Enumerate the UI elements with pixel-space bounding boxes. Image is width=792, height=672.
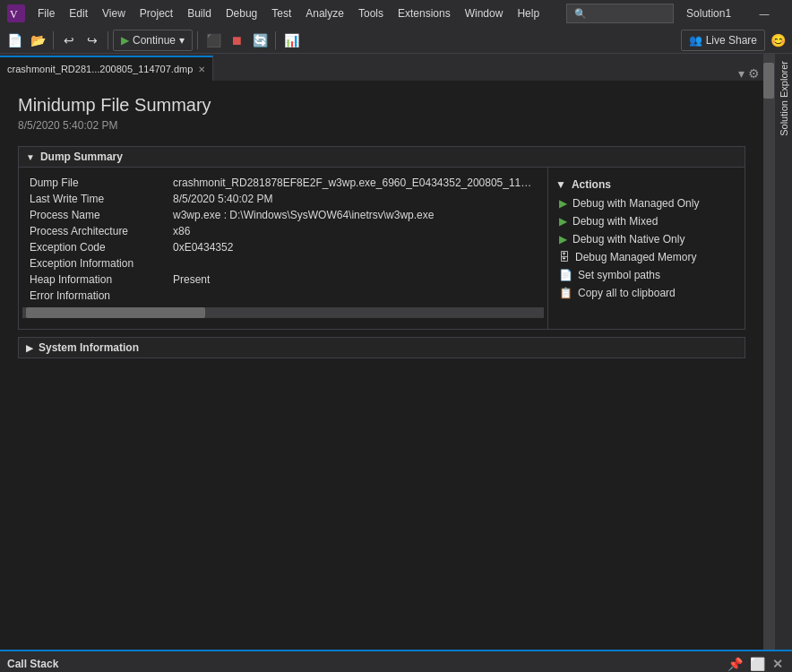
actions-label: Actions (572, 178, 611, 191)
menu-help[interactable]: Help (510, 4, 547, 23)
toolbar-open[interactable]: 📂 (27, 30, 48, 51)
liveshare-button[interactable]: 👥 Live Share (681, 30, 765, 51)
toolbar-stop[interactable]: ⏹ (226, 30, 247, 51)
play-icon: ▶ (121, 34, 129, 47)
dump-file-value: crashmonit_RD281878EF8E2F_w3wp.exe_6960_… (173, 177, 537, 189)
vs-logo: V (7, 4, 25, 22)
system-info-header[interactable]: ▶ System Information (18, 337, 745, 358)
dump-summary-label: Dump Summary (40, 151, 123, 163)
dump-error-value (173, 289, 537, 302)
dump-writetime-value: 8/5/2020 5:40:02 PM (173, 193, 537, 205)
action-debug-managed-memory[interactable]: 🗄 Debug Managed Memory (548, 248, 745, 266)
toolbar-feedback[interactable]: 😊 (767, 30, 788, 51)
menu-project[interactable]: Project (133, 4, 180, 23)
toolbar-new[interactable]: 📄 (4, 30, 25, 51)
toolbar-undo[interactable]: ↩ (58, 30, 80, 51)
continue-dropdown-icon: ▾ (179, 34, 185, 47)
tab-scroll-down[interactable]: ▾ (738, 66, 745, 81)
menu-bar: File Edit View Project Build Debug Test … (30, 4, 547, 23)
dump-row-exception-info: Exception Information (19, 255, 547, 271)
document-content: Minidump File Summary 8/5/2020 5:40:02 P… (0, 81, 763, 650)
actions-panel: ▼ Actions ▶ Debug with Managed Only ▶ De… (548, 168, 745, 330)
call-stack-pin[interactable]: 📌 (726, 657, 745, 671)
action-debug-mixed[interactable]: ▶ Debug with Mixed (548, 212, 745, 230)
minimize-button[interactable]: — (744, 0, 785, 27)
continue-button[interactable]: ▶ Continue ▾ (113, 30, 193, 51)
dump-arch-value: x86 (173, 225, 537, 237)
dump-error-label: Error Information (30, 289, 173, 302)
menu-debug[interactable]: Debug (219, 4, 264, 23)
toolbar-sep-4 (275, 31, 276, 49)
menu-view[interactable]: View (95, 4, 133, 23)
tab-filename: crashmonit_RD281...200805_114707.dmp (7, 64, 193, 74)
menu-tools[interactable]: Tools (351, 4, 391, 23)
menu-file[interactable]: File (30, 4, 62, 23)
dump-summary-section: ▼ Dump Summary Dump File crashmonit_RD28… (18, 146, 745, 358)
dump-row-exception: Exception Code 0xE0434352 (19, 239, 547, 255)
call-stack-maximize[interactable]: ⬜ (748, 657, 767, 671)
content-grid: Dump File crashmonit_RD281878EF8E2F_w3wp… (18, 168, 745, 330)
toolbar-restart[interactable]: 🔄 (249, 30, 271, 51)
dump-row-arch: Process Architecture x86 (19, 223, 547, 239)
play-icon-mixed: ▶ (559, 215, 567, 228)
tab-settings[interactable]: ⚙ (748, 66, 760, 81)
main-area: crashmonit_RD281...200805_114707.dmp ✕ ▾… (0, 54, 792, 650)
dump-arch-label: Process Architecture (30, 225, 173, 237)
toolbar-diag[interactable]: 📊 (280, 30, 302, 51)
document-area: crashmonit_RD281...200805_114707.dmp ✕ ▾… (0, 54, 763, 650)
page-title: Minidump File Summary (18, 95, 745, 116)
action-copy-to-clipboard[interactable]: 📋 Copy all to clipboard (548, 284, 745, 302)
tab-bar: crashmonit_RD281...200805_114707.dmp ✕ ▾… (0, 54, 763, 81)
toolbar-breakpoint[interactable]: ⬛ (202, 30, 224, 51)
call-stack-panel: Call Stack 📌 ⬜ ✕ Name Lang [Managed to N… (0, 650, 792, 672)
dump-summary-header[interactable]: ▼ Dump Summary (18, 146, 745, 168)
solution-explorer-label[interactable]: Solution Explorer (779, 54, 789, 143)
vertical-scrollbar[interactable] (763, 54, 774, 650)
toolbar: 📄 📂 ↩ ↪ ▶ Continue ▾ ⬛ ⏹ 🔄 📊 👥 Live Shar… (0, 27, 792, 54)
system-info-label: System Information (39, 341, 139, 354)
menu-test[interactable]: Test (264, 4, 298, 23)
action-copy-to-clipboard-label: Copy all to clipboard (578, 287, 676, 299)
call-stack-close[interactable]: ✕ (770, 657, 785, 671)
dump-row-writetime: Last Write Time 8/5/2020 5:40:02 PM (19, 191, 547, 207)
action-debug-managed-only-label: Debug with Managed Only (572, 197, 699, 210)
symbol-icon: 📄 (559, 269, 572, 281)
dump-exception-info-value (173, 257, 537, 270)
maximize-button[interactable]: □ (785, 0, 792, 27)
toolbar-redo[interactable]: ↪ (82, 30, 103, 51)
search-input[interactable] (566, 4, 674, 23)
action-set-symbol-paths-label: Set symbol paths (578, 269, 660, 281)
document-tab[interactable]: crashmonit_RD281...200805_114707.dmp ✕ (0, 56, 213, 81)
liveshare-icon: 👥 (689, 34, 702, 47)
solution-label: Solution1 (679, 7, 738, 20)
action-debug-managed-only[interactable]: ▶ Debug with Managed Only (548, 194, 745, 212)
dump-exception-info-label: Exception Information (30, 257, 173, 270)
dump-writetime-label: Last Write Time (30, 193, 173, 205)
document-timestamp: 8/5/2020 5:40:02 PM (18, 119, 745, 132)
toolbar-sep-1 (53, 31, 54, 49)
scroll-track (763, 54, 774, 650)
call-stack-title: Call Stack (7, 658, 58, 670)
menu-build[interactable]: Build (180, 4, 219, 23)
dump-processname-value: w3wp.exe : D:\Windows\SysWOW64\inetrsv\w… (173, 209, 537, 221)
horizontal-scrollbar[interactable] (22, 307, 544, 318)
chevron-down-icon-actions: ▼ (555, 178, 566, 191)
svg-text:V: V (10, 8, 18, 21)
tab-close-button[interactable]: ✕ (198, 65, 205, 74)
call-stack-controls: 📌 ⬜ ✕ (726, 657, 785, 671)
menu-window[interactable]: Window (458, 4, 511, 23)
menu-analyze[interactable]: Analyze (298, 4, 351, 23)
scroll-thumb (26, 307, 205, 318)
window-controls: — □ ✕ (744, 0, 792, 27)
menu-extensions[interactable]: Extensions (391, 4, 458, 23)
scroll-thumb-v[interactable] (763, 63, 774, 99)
database-icon: 🗄 (559, 251, 570, 263)
dump-row-heap: Heap Information Present (19, 271, 547, 288)
liveshare-label: Live Share (706, 34, 757, 47)
dump-file-label: Dump File (30, 177, 173, 189)
action-debug-native-only[interactable]: ▶ Debug with Native Only (548, 230, 745, 248)
menu-edit[interactable]: Edit (62, 4, 95, 23)
action-set-symbol-paths[interactable]: 📄 Set symbol paths (548, 266, 745, 284)
dump-row-error: Error Information (19, 288, 547, 304)
dump-processname-label: Process Name (30, 209, 173, 221)
